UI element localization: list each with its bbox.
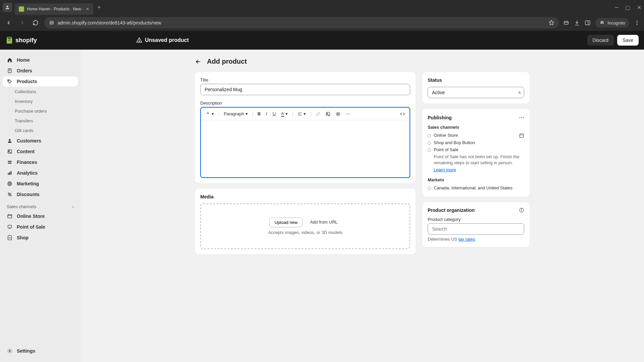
channel-status-dot bbox=[428, 141, 431, 145]
chevron-down-icon: ▾ bbox=[212, 111, 214, 116]
svg-rect-24 bbox=[11, 171, 12, 175]
organization-heading: Product organization bbox=[428, 207, 475, 213]
title-input[interactable] bbox=[200, 84, 410, 95]
svg-point-8 bbox=[601, 22, 602, 24]
back-button[interactable] bbox=[4, 18, 13, 27]
nav-label: Content bbox=[17, 149, 35, 154]
italic-button[interactable]: I bbox=[264, 110, 269, 118]
sidebar-item-finances[interactable]: Finances bbox=[3, 157, 78, 167]
extension-icon[interactable] bbox=[563, 20, 569, 26]
url-input[interactable]: admin.shopify.com/store/de8143-a6/produc… bbox=[44, 17, 559, 28]
divider bbox=[311, 111, 311, 117]
channel-label: Online Store bbox=[434, 133, 458, 138]
sidebar-item-orders[interactable]: Orders bbox=[3, 66, 78, 76]
discard-button[interactable]: Discard bbox=[587, 35, 614, 46]
svg-point-28 bbox=[8, 193, 9, 194]
more-button[interactable]: ⋯ bbox=[344, 110, 352, 118]
tax-rates-link[interactable]: tax rates bbox=[459, 237, 475, 242]
sidebar-item-purchase-orders[interactable]: Purchase orders bbox=[3, 107, 78, 116]
forward-button[interactable] bbox=[17, 18, 27, 27]
incognito-badge[interactable]: Incognito bbox=[595, 18, 629, 27]
back-arrow-icon[interactable] bbox=[195, 58, 202, 65]
new-tab-button[interactable]: + bbox=[97, 4, 101, 11]
nav-label: Finances bbox=[17, 160, 37, 165]
sidebar-item-online-store[interactable]: Online Store bbox=[3, 211, 78, 221]
panel-icon[interactable] bbox=[585, 20, 591, 26]
kebab-menu-icon[interactable] bbox=[634, 20, 640, 26]
svg-point-29 bbox=[10, 195, 11, 196]
description-textarea[interactable] bbox=[201, 120, 410, 177]
sidebar-item-collections[interactable]: Collections bbox=[3, 87, 78, 96]
sidebar-item-shop[interactable]: Shop bbox=[3, 233, 78, 243]
nav-label: Customers bbox=[17, 138, 41, 143]
sidebar-item-settings[interactable]: Settings bbox=[3, 346, 78, 356]
discounts-icon bbox=[7, 191, 13, 197]
tax-hint: Determines US tax rates bbox=[428, 237, 524, 242]
sidebar-item-transfers[interactable]: Transfers bbox=[3, 116, 78, 125]
marketing-icon bbox=[7, 181, 13, 187]
bold-button[interactable]: B bbox=[256, 110, 263, 118]
underline-button[interactable]: U bbox=[271, 110, 278, 118]
sidebar-item-discounts[interactable]: Discounts bbox=[3, 189, 78, 199]
more-actions-icon[interactable]: ⋯ bbox=[519, 114, 524, 121]
image-button[interactable] bbox=[324, 110, 332, 118]
shopify-logo[interactable]: shopify bbox=[5, 36, 37, 44]
chevron-right-icon[interactable]: › bbox=[72, 204, 74, 209]
category-search-input[interactable] bbox=[428, 223, 524, 235]
save-button[interactable]: Save bbox=[617, 35, 639, 46]
maximize-icon[interactable]: ▢ bbox=[625, 4, 630, 11]
add-from-url-link[interactable]: Add from URL bbox=[307, 218, 341, 227]
text-color-button[interactable]: A ▾ bbox=[279, 110, 290, 118]
nav-label: Sales channels bbox=[7, 204, 36, 209]
info-icon[interactable] bbox=[519, 207, 524, 213]
profile-icon[interactable] bbox=[3, 3, 12, 12]
sales-channels-label: Sales channels bbox=[428, 125, 524, 130]
nav-label: Settings bbox=[17, 348, 35, 354]
browser-tab[interactable]: Home Haven · Products · New · ✕ bbox=[15, 3, 93, 15]
svg-point-12 bbox=[637, 24, 638, 25]
schedule-icon[interactable] bbox=[519, 133, 524, 138]
ai-sparkle-button[interactable]: ▾ bbox=[204, 110, 216, 118]
sales-channels-section: Sales channels Online Store Shop and Buy… bbox=[428, 125, 524, 173]
chevron-down-icon: ▾ bbox=[285, 111, 288, 116]
sidebar-item-analytics[interactable]: Analytics bbox=[3, 168, 78, 178]
learn-more-link[interactable]: Learn more bbox=[434, 167, 456, 172]
sidebar-item-products[interactable]: Products bbox=[3, 76, 78, 86]
sidebar-item-pos[interactable]: Point of Sale bbox=[3, 222, 78, 232]
sidebar-item-gift-cards[interactable]: Gift cards bbox=[3, 126, 78, 135]
chevron-down-icon: ▾ bbox=[304, 111, 306, 116]
svg-point-11 bbox=[637, 22, 638, 23]
markets-section: Markets Canada, International, and Unite… bbox=[428, 177, 524, 191]
svg-point-49 bbox=[521, 209, 522, 209]
download-icon[interactable] bbox=[574, 20, 580, 26]
card-media: Media Upload new Add from URL Accepts im… bbox=[195, 189, 416, 254]
reload-button[interactable] bbox=[31, 18, 40, 27]
sidebar-item-home[interactable]: Home bbox=[3, 55, 78, 65]
svg-point-18 bbox=[8, 80, 9, 81]
code-view-button[interactable] bbox=[398, 110, 407, 118]
nav-label: Marketing bbox=[17, 181, 39, 186]
markets-item: Canada, International, and United States bbox=[428, 184, 524, 191]
sidebar-item-content[interactable]: Content bbox=[3, 146, 78, 157]
minimize-icon[interactable]: ─ bbox=[615, 4, 619, 11]
site-settings-icon[interactable] bbox=[49, 20, 54, 25]
upload-new-button[interactable]: Upload new bbox=[269, 218, 303, 227]
close-window-icon[interactable]: ✕ bbox=[637, 4, 641, 11]
svg-point-33 bbox=[9, 350, 10, 352]
bookmark-star-icon[interactable] bbox=[548, 20, 554, 26]
side-column: Status Active ⇅ Publishing ⋯ bbox=[422, 72, 530, 254]
video-button[interactable] bbox=[334, 110, 342, 118]
sidebar-item-customers[interactable]: Customers bbox=[3, 136, 78, 146]
media-dropzone[interactable]: Upload new Add from URL Accepts images, … bbox=[200, 203, 410, 249]
markets-value: Canada, International, and United States bbox=[434, 185, 513, 190]
sidebar-item-inventory[interactable]: Inventory bbox=[3, 97, 78, 106]
tab-close-icon[interactable]: ✕ bbox=[86, 7, 89, 11]
status-text: Unsaved product bbox=[145, 37, 189, 43]
align-button[interactable]: ▾ bbox=[296, 110, 308, 118]
link-button[interactable] bbox=[314, 110, 322, 118]
paragraph-dropdown[interactable]: Paragraph ▾ bbox=[222, 110, 250, 118]
sidebar-item-marketing[interactable]: Marketing bbox=[3, 179, 78, 189]
category-label: Product category bbox=[428, 217, 524, 222]
svg-rect-22 bbox=[8, 173, 9, 175]
status-select[interactable]: Active bbox=[428, 87, 524, 98]
